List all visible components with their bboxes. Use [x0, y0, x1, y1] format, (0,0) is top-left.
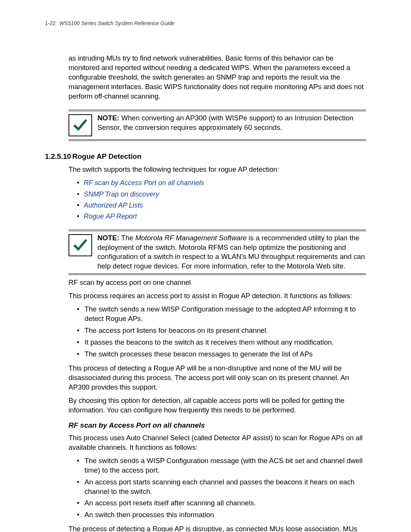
- list-item: The switch sends a WISP Configuration me…: [77, 456, 366, 475]
- note-body: When converting an AP300 (with WISPe sup…: [97, 114, 354, 131]
- intro-paragraph: as intruding MUs try to find network vul…: [68, 54, 366, 101]
- rfscan-one-p3: By choosing this option for detection, a…: [68, 396, 366, 415]
- note-box-1: NOTE: When converting an AP300 (with WIS…: [68, 110, 366, 141]
- link-item[interactable]: RF scan by Access Port on all channels: [77, 178, 366, 187]
- note-label: NOTE:: [97, 114, 119, 122]
- link-item[interactable]: SNMP Trap on discovery: [77, 190, 366, 199]
- list-item: An access port starts scanning each chan…: [77, 478, 366, 497]
- checkmark-icon: [68, 114, 92, 136]
- link-text: Authorized AP Lists: [84, 201, 143, 209]
- page-number: 1-22: [45, 20, 56, 26]
- checkmark-icon: [68, 234, 92, 256]
- note-prefix: The: [119, 234, 135, 242]
- link-item[interactable]: Authorized AP Lists: [77, 201, 366, 210]
- note-em: Motorola RF Management Software: [135, 234, 247, 242]
- rfscan-all-p2: The process of detecting a Rogue AP is d…: [68, 524, 366, 532]
- rfscan-all-heading: RF scan by Access Port on all channels: [68, 420, 366, 430]
- page-header: 1-22 WS5100 Series Switch System Referen…: [45, 20, 366, 27]
- link-list: RF scan by Access Port on all channels S…: [77, 178, 366, 221]
- section-title: Rogue AP Detection: [72, 152, 142, 160]
- list-item: It passes the beacons to the switch as i…: [77, 338, 366, 347]
- link-text: RF scan by Access Port on all channels: [84, 179, 204, 187]
- section-body: The switch supports the following techni…: [68, 165, 366, 532]
- doc-title: WS5100 Series Switch System Reference Gu…: [59, 20, 175, 26]
- link-item[interactable]: Rogue AP Report: [77, 212, 366, 221]
- list-item: The access port listens for beacons on i…: [77, 326, 366, 335]
- list-item: An access port resets itself after scann…: [77, 498, 366, 508]
- page-container: 1-22 WS5100 Series Switch System Referen…: [0, 0, 411, 532]
- section-number: 1.2.5.10: [45, 152, 72, 161]
- rfscan-one-p2: This process of detecting a Rogue AP wil…: [68, 364, 366, 392]
- note-label: NOTE:: [97, 234, 119, 242]
- rfscan-all-bullets: The switch sends a WISP Configuration me…: [77, 456, 366, 520]
- rfscan-one-p1: This process requires an access port to …: [68, 291, 366, 301]
- note-1-text: NOTE: When converting an AP300 (with WIS…: [97, 113, 366, 133]
- link-text: SNMP Trap on discovery: [84, 190, 159, 198]
- rfscan-one-title: RF scan by access port on one channel: [68, 278, 366, 288]
- list-item: The switch sends a new WISP Configuratio…: [77, 305, 366, 324]
- list-item: The switch processes these beacon messag…: [77, 350, 366, 359]
- note-box-2: NOTE: The Motorola RF Management Softwar…: [68, 230, 366, 275]
- section-heading: 1.2.5.10Rogue AP Detection: [45, 152, 366, 161]
- section-intro: The switch supports the following techni…: [68, 165, 366, 174]
- note-2-text: NOTE: The Motorola RF Management Softwar…: [97, 233, 366, 272]
- rfscan-all-p1: This process uses Auto Channel Select (c…: [68, 433, 366, 452]
- list-item: An switch then processes this informatio…: [77, 510, 366, 520]
- rfscan-one-bullets: The switch sends a new WISP Configuratio…: [77, 305, 366, 359]
- content: as intruding MUs try to find network vul…: [68, 54, 366, 141]
- link-text: Rogue AP Report: [84, 212, 137, 220]
